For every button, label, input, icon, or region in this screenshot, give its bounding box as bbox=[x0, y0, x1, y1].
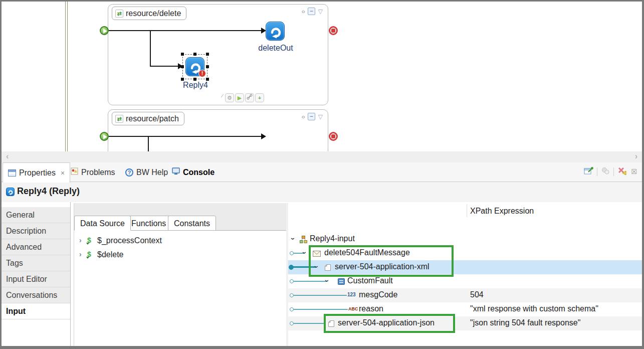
xpath-value[interactable]: "json string 504 fault response" bbox=[470, 318, 580, 327]
tree-row-label: Reply4-input bbox=[310, 234, 355, 243]
properties-sidebar: General Description Advanced Tags Input … bbox=[2, 202, 71, 346]
reply-icon bbox=[268, 24, 283, 39]
mapping-endpoint[interactable] bbox=[290, 321, 294, 325]
close-icon[interactable]: × bbox=[61, 169, 65, 177]
mapping-endpoint[interactable] bbox=[290, 279, 294, 283]
end-node[interactable] bbox=[329, 132, 338, 141]
console-icon bbox=[172, 167, 180, 177]
xpath-column-header: XPath Expression bbox=[470, 207, 534, 216]
filters-icon[interactable] bbox=[601, 166, 610, 177]
tree-row-reply4-input[interactable]: › Reply4-input bbox=[288, 232, 642, 246]
horizontal-scrollbar[interactable]: ‹ › bbox=[2, 151, 642, 162]
window-border bbox=[0, 0, 644, 2]
window-border bbox=[642, 0, 644, 349]
sidebar-item-tags[interactable]: Tags bbox=[2, 255, 70, 271]
link-icon[interactable] bbox=[245, 93, 254, 102]
tab-properties[interactable]: Properties × bbox=[3, 162, 70, 183]
collapse-ends-icon[interactable]: ‹› bbox=[302, 113, 305, 120]
scroll-left-icon[interactable]: ‹ bbox=[6, 152, 9, 161]
minimize-group-icon[interactable]: − bbox=[308, 113, 315, 120]
tree-item-delete[interactable]: › $ $delete bbox=[74, 248, 287, 262]
tab-label: Console bbox=[183, 168, 214, 177]
mapping-line bbox=[294, 323, 325, 324]
transition-line bbox=[109, 30, 262, 31]
number-icon: 123 bbox=[347, 292, 356, 297]
sidebar-item-general[interactable]: General bbox=[2, 207, 70, 223]
minimize-group-icon[interactable]: − bbox=[308, 8, 315, 15]
xpath-value[interactable]: 504 bbox=[470, 290, 484, 299]
reply-mini-icon bbox=[6, 188, 15, 196]
error-badge-icon: ! bbox=[198, 70, 206, 77]
selection-handle[interactable] bbox=[206, 53, 209, 56]
properties-icon bbox=[8, 169, 16, 177]
tree-row-mesgCode[interactable]: 123 mesgCode 504 bbox=[288, 288, 642, 302]
tree-item-label: $_processContext bbox=[97, 236, 162, 245]
start-node[interactable] bbox=[100, 132, 109, 141]
tab-functions[interactable]: Functions bbox=[125, 216, 172, 231]
chevron-right-icon[interactable]: › bbox=[79, 250, 82, 258]
properties-header: Reply4 (Reply) bbox=[2, 182, 642, 202]
input-mapping-panel: XPath Expression › Reply4-input › delete… bbox=[288, 203, 642, 346]
end-node[interactable] bbox=[329, 26, 338, 35]
create-transition-icon[interactable]: ▶ bbox=[235, 93, 244, 102]
selection-handle[interactable] bbox=[181, 65, 184, 68]
mapping-endpoint[interactable] bbox=[290, 293, 294, 297]
transition-line bbox=[150, 31, 151, 67]
tree-row-label: CustomFault bbox=[347, 276, 393, 285]
rest-operation-icon: ⇄ bbox=[115, 115, 123, 123]
mapping-line bbox=[294, 309, 348, 310]
group-resource-patch[interactable]: ⇄ resource/patch ‹› − ▽ bbox=[108, 109, 328, 151]
open-new-window-icon[interactable] bbox=[584, 166, 593, 177]
tab-label: Problems bbox=[81, 168, 115, 177]
scroll-right-icon[interactable]: › bbox=[635, 152, 637, 161]
group-title: resource/patch bbox=[126, 114, 179, 123]
sidebar-item-input[interactable]: Input bbox=[2, 303, 70, 319]
process-canvas: ⇄ resource/delete ‹› − ▽ ⇄ resource/patc… bbox=[2, 2, 642, 151]
transition-line bbox=[109, 136, 262, 137]
toolbar-separator bbox=[613, 167, 614, 176]
group-menu-icon[interactable]: ▽ bbox=[318, 8, 323, 15]
data-source-tabs: Data Source Functions Constants bbox=[74, 216, 287, 231]
collapse-ends-icon[interactable]: ‹› bbox=[302, 8, 305, 15]
chevron-down-icon[interactable]: › bbox=[289, 238, 297, 240]
start-node[interactable] bbox=[100, 26, 109, 35]
group-resource-delete[interactable]: ⇄ resource/delete ‹› − ▽ bbox=[108, 4, 328, 105]
window-border bbox=[0, 0, 2, 349]
sidebar-item-advanced[interactable]: Advanced bbox=[2, 239, 70, 255]
page-title: Reply4 (Reply) bbox=[17, 186, 80, 197]
gear-icon[interactable]: ⚙ bbox=[225, 93, 234, 102]
tab-console[interactable]: Console bbox=[167, 162, 220, 182]
data-source-panel-header bbox=[74, 203, 287, 216]
problems-icon bbox=[71, 167, 78, 177]
group-menu-icon[interactable]: ▽ bbox=[318, 113, 323, 120]
tab-label: BW Help bbox=[136, 168, 168, 177]
tree-item-processContext[interactable]: › $ $_processContext bbox=[74, 234, 287, 248]
view-toolbar: ☒ bbox=[584, 166, 637, 177]
group-label-resource-patch[interactable]: ⇄ resource/patch bbox=[112, 112, 184, 125]
sidebar-item-conversations[interactable]: Conversations bbox=[2, 287, 70, 303]
sidebar-item-input-editor[interactable]: Input Editor bbox=[2, 271, 70, 287]
column-separator[interactable] bbox=[467, 204, 467, 217]
mapping-endpoint[interactable] bbox=[290, 251, 294, 255]
group-label-resource-delete[interactable]: ⇄ resource/delete bbox=[112, 7, 186, 20]
variable-icon: $ bbox=[87, 236, 91, 244]
add-icon[interactable]: + bbox=[255, 93, 264, 102]
tab-constants[interactable]: Constants bbox=[168, 216, 216, 231]
tab-data-source[interactable]: Data Source bbox=[74, 216, 131, 231]
remove-mapping-icon[interactable] bbox=[617, 166, 627, 177]
chevron-right-icon[interactable]: › bbox=[79, 236, 82, 244]
tab-problems[interactable]: Problems bbox=[66, 162, 120, 182]
tab-bw-help[interactable]: ? BW Help bbox=[120, 162, 173, 182]
xpath-value[interactable]: "xml response with custom schema" bbox=[470, 304, 598, 313]
clipped-toolbar-icon[interactable]: ☒ bbox=[631, 168, 637, 176]
selection-handle[interactable] bbox=[181, 53, 184, 56]
help-icon: ? bbox=[125, 168, 133, 177]
sidebar-item-description[interactable]: Description bbox=[2, 223, 70, 239]
mapping-endpoint[interactable] bbox=[290, 307, 294, 311]
chevron-down-icon[interactable]: › bbox=[323, 280, 331, 282]
selection-handle[interactable] bbox=[193, 53, 196, 56]
selection-handle[interactable] bbox=[206, 65, 209, 68]
chevron-down-icon[interactable]: › bbox=[301, 252, 309, 254]
annotation-box-fault-message bbox=[309, 245, 454, 277]
activity-deleteOut[interactable] bbox=[266, 22, 285, 41]
